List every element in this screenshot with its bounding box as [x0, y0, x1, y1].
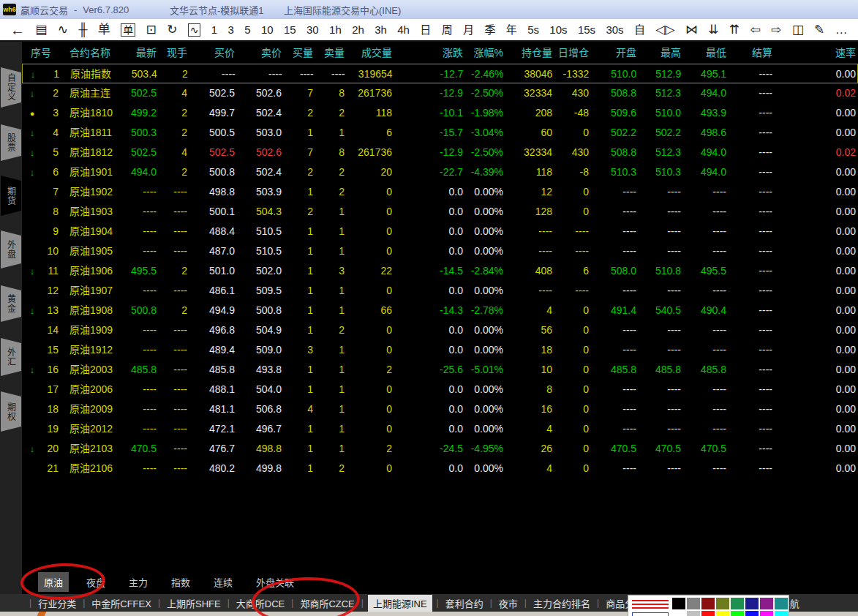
- column-header-7[interactable]: 卖量: [315, 42, 346, 64]
- line-style-option[interactable]: [632, 600, 669, 601]
- draw-pen-icon[interactable]: ✎: [814, 23, 824, 36]
- period-button-15s[interactable]: 15s: [578, 24, 595, 35]
- period-button-1[interactable]: 1: [211, 24, 217, 35]
- table-row-原油1811[interactable]: ↓4原油1811500.32500.5503.0116-15.7-3.04%60…: [22, 123, 858, 143]
- color-swatch-000000[interactable]: [672, 598, 685, 609]
- split-horizontal-icon[interactable]: ◁▷: [655, 23, 674, 36]
- scroll-down-icon[interactable]: ⇊: [708, 23, 718, 36]
- column-header-3[interactable]: 现手: [158, 42, 189, 64]
- scroll-up-icon[interactable]: ⇈: [729, 23, 740, 36]
- column-header-2[interactable]: 最新: [129, 42, 158, 64]
- market-item-主力合约排名[interactable]: 主力合约排名: [531, 595, 592, 612]
- period-button-10[interactable]: 10: [261, 24, 274, 35]
- sidebar-tab-4[interactable]: 外盘: [1, 230, 21, 268]
- line-style-option[interactable]: [632, 604, 669, 605]
- color-swatch-ffffff[interactable]: [672, 611, 685, 616]
- color-swatch-1e9050[interactable]: [731, 598, 744, 609]
- market-item-上期能源INE[interactable]: 上期能源INE: [368, 595, 432, 612]
- table-row-原油2012[interactable]: 19原油2012--------472.1496.71100.00.00%40-…: [22, 419, 858, 439]
- line-style-option[interactable]: [632, 607, 669, 609]
- market-item-上期所SHFE[interactable]: 上期所SHFE: [165, 595, 223, 612]
- color-swatch-1c1c8c[interactable]: [745, 598, 759, 609]
- market-item-郑商所CZCE[interactable]: 郑商所CZCE: [298, 595, 356, 612]
- table-row-原油2003[interactable]: ↓16原油2003485.8----485.8493.8112-25.6-5.0…: [22, 360, 858, 380]
- bottom-tab-原油[interactable]: 原油: [38, 572, 69, 592]
- order-ticket-icon[interactable]: 单: [121, 23, 135, 37]
- table-row-原油2006[interactable]: 17原油2006--------488.1504.01100.00.00%80-…: [22, 380, 858, 399]
- market-item-夜市[interactable]: 夜市: [497, 595, 520, 612]
- column-header-10[interactable]: 涨幅%: [464, 42, 505, 64]
- sidebar-tab-5[interactable]: 黄金: [1, 285, 21, 322]
- sidebar-tab-6[interactable]: 外汇: [1, 338, 21, 376]
- refresh-icon[interactable]: ↻: [167, 23, 177, 36]
- bottom-tab-主力[interactable]: 主力: [123, 572, 154, 592]
- color-swatch-10ffff[interactable]: [775, 611, 788, 616]
- period-button-3[interactable]: 3: [228, 24, 234, 35]
- period-button-30s[interactable]: 30s: [606, 24, 623, 35]
- table-row-原油1912[interactable]: 15原油1912--------489.4509.03100.00.00%180…: [22, 340, 858, 360]
- color-swatch-ff10ff[interactable]: [760, 611, 773, 616]
- chart-panel-icon[interactable]: ∿: [188, 23, 201, 37]
- merge-columns-icon[interactable]: ⋈: [685, 23, 698, 36]
- market-item-套利合约[interactable]: 套利合约: [443, 595, 486, 612]
- column-header-12[interactable]: 日增仓: [554, 42, 590, 64]
- period-button-10s[interactable]: 10s: [549, 24, 567, 35]
- quote-list-icon[interactable]: ▤: [35, 23, 47, 36]
- table-row-原油1907[interactable]: 12原油1907--------486.1509.51100.00.00%---…: [22, 281, 858, 301]
- bottom-tab-指数[interactable]: 指数: [165, 572, 196, 592]
- save-icon[interactable]: ⊡: [146, 23, 157, 36]
- back-icon[interactable]: ←: [10, 23, 25, 37]
- table-row-原油1812[interactable]: ↓5原油1812502.54502.5502.678261736-12.9-2.…: [22, 143, 858, 162]
- bottom-tab-外盘关联[interactable]: 外盘关联: [250, 572, 300, 592]
- column-header-16[interactable]: 结算: [728, 42, 774, 64]
- table-row-原油2009[interactable]: 18原油2009--------481.1506.84100.00.00%160…: [22, 399, 858, 419]
- period-button-月[interactable]: 月: [463, 24, 474, 35]
- table-row-原油1905[interactable]: 10原油1905--------487.0510.51100.00.00%---…: [22, 241, 858, 261]
- color-swatch-c0c0c0[interactable]: [687, 611, 700, 616]
- period-button-周[interactable]: 周: [442, 24, 453, 35]
- table-row-原油1904[interactable]: 9原油1904--------488.4510.51100.00.00%----…: [22, 222, 858, 241]
- period-button-2h[interactable]: 2h: [352, 24, 364, 35]
- table-row-原油2103[interactable]: ↓20原油2103470.5----476.7498.8112-24.5-4.9…: [22, 439, 858, 459]
- sidebar-tab-7[interactable]: 期权: [1, 391, 21, 432]
- sidebar-tab-3[interactable]: 期货: [1, 176, 21, 216]
- period-button-5[interactable]: 5: [244, 24, 250, 35]
- table-row-原油主连[interactable]: ↓2原油主连502.54502.5502.678261736-12.9-2.50…: [22, 83, 858, 103]
- period-button-季[interactable]: 季: [484, 24, 495, 35]
- table-row-原油指数[interactable]: ↓1原油指数503.42----------------319654-12.7-…: [22, 64, 858, 83]
- page-left-icon[interactable]: ⇦: [750, 23, 760, 36]
- column-header-8[interactable]: 成交量: [346, 42, 394, 64]
- color-swatch-ff1010[interactable]: [701, 611, 715, 616]
- period-button-5s[interactable]: 5s: [527, 24, 539, 35]
- column-header-15[interactable]: 最低: [682, 42, 728, 64]
- period-button-1h[interactable]: 1h: [329, 24, 342, 35]
- table-row-原油1903[interactable]: 8原油1903--------500.1504.32100.00.00%1280…: [22, 202, 858, 222]
- column-header-1[interactable]: 合约名称: [60, 42, 129, 64]
- trend-chart-icon[interactable]: ∿: [58, 23, 68, 36]
- color-swatch-1c8c8c[interactable]: [775, 598, 788, 609]
- color-swatch-8c1c8c[interactable]: [760, 598, 773, 609]
- column-header-5[interactable]: 卖价: [236, 42, 283, 64]
- column-header-14[interactable]: 最高: [638, 42, 682, 64]
- sidebar-tab-2[interactable]: 股票: [1, 124, 21, 161]
- table-row-原油1901[interactable]: ↓6原油1901494.02500.8502.42220-22.7-4.39%1…: [22, 162, 858, 182]
- table-row-原油1906[interactable]: ↓11原油1906495.52501.0502.01322-14.5-2.84%…: [22, 261, 858, 281]
- period-button-日[interactable]: 日: [420, 24, 431, 35]
- color-swatch-6e7c20[interactable]: [716, 598, 729, 609]
- column-header-6[interactable]: 买量: [283, 42, 315, 64]
- color-swatch-8c1010[interactable]: [701, 598, 715, 609]
- more-icon[interactable]: …: [835, 23, 848, 36]
- bottom-tab-连续[interactable]: 连续: [208, 572, 238, 592]
- sidebar-tab-1[interactable]: 自定义: [1, 67, 21, 108]
- bottom-tab-夜盘[interactable]: 夜盘: [80, 572, 111, 592]
- column-header-4[interactable]: 买价: [189, 42, 236, 64]
- page-right-icon[interactable]: ⇨: [771, 23, 781, 36]
- column-header-17[interactable]: 速率: [774, 42, 857, 64]
- period-button-3h[interactable]: 3h: [375, 24, 387, 35]
- color-swatch-808080[interactable]: [687, 598, 700, 609]
- table-row-原油1902[interactable]: 7原油1902--------498.8503.91200.00.00%120-…: [22, 182, 858, 202]
- flash-order-icon[interactable]: 单: [98, 23, 110, 36]
- color-swatch-ffff10[interactable]: [716, 611, 729, 616]
- color-swatch-1010ff[interactable]: [745, 611, 759, 616]
- color-swatch-10ff10[interactable]: [731, 611, 744, 616]
